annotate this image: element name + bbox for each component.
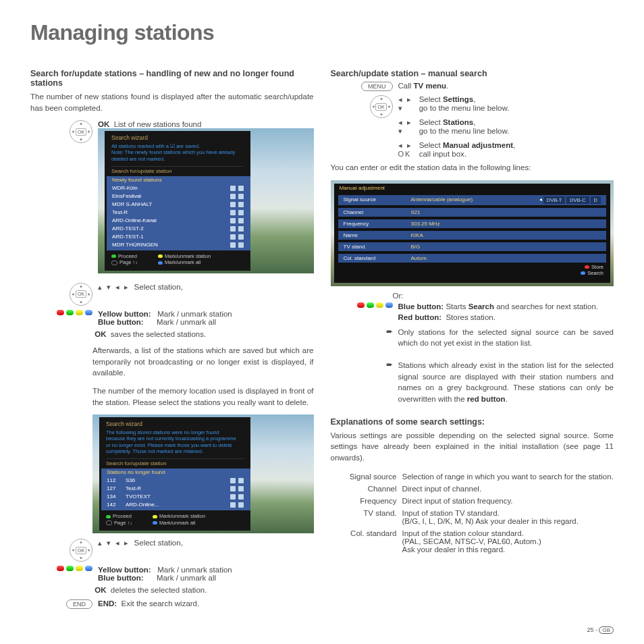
settings-row: TV stand.Input of station TV standard.(B… [331,507,614,527]
station-row: EinsFestival [112,192,244,200]
wizard2-tab1: Search for/update station [106,458,244,467]
call-tv-tail: . [446,82,448,90]
left-intro: The number of new stations found is disp… [30,91,314,113]
legend-store: Store [591,264,603,270]
step-line: ◂ ▸ Select Manual adjustment, [398,141,614,150]
manual-adjustment-row: Signal sourceAntenna/cable (analogue)◂ D… [338,195,607,205]
arrow-bullet-icon: ➨ [386,327,393,336]
station-row: ARD-Online-Kanal [112,217,244,225]
footer-region: GB [599,626,614,634]
call-tv-plain: Call [398,82,414,90]
page-footer: 25 - GB [587,626,614,634]
explanations-intro: Various settings are possible depending … [331,430,614,464]
settings-row: Col. standardInput of the station colour… [331,527,614,556]
end-button-icon: END [66,599,92,609]
wizard2-note: The following stored stations were no lo… [106,429,244,455]
ok-saves-prefix: OK [95,330,106,338]
manual-panel-title: Manual adjustment [334,184,611,192]
bullet1: Only stations for the selected signal so… [398,327,614,349]
bullet2-c: . [506,395,508,403]
footer-page: 25 - [587,626,597,633]
settings-row: Signal sourceSelection of range in which… [331,471,614,483]
select-station-text-2: Select station, [134,539,183,547]
color-buttons-icon [57,310,92,315]
wizard1-title: Search wizard [111,134,244,142]
wizard1-note2: Note: The newly found stations which you… [111,149,244,162]
ok-saves-text: saves the selected stations. [111,330,206,338]
or-text: Or: [393,292,614,300]
settings-row: FrequencyDirect input of station frequen… [331,495,614,507]
select-station-text: Select station, [134,283,183,291]
wizard-nolonger-shot: Search wizard The following stored stati… [92,414,314,533]
yellow-button-desc: Mark / unmark station [157,310,232,318]
end-text: Exit the search wizard. [122,599,200,608]
call-tv-bold: TV menu [414,82,447,90]
station-row: 134TVOTEXT [107,493,244,501]
legend2-page: Page ↑↓ [114,520,132,526]
updown-arrows-icon-2: ▴ ▾ ◂ ▸ [98,539,130,547]
wizard1-tab1: Search for/update station [111,166,244,175]
legend2-markall: Mark/unmark all [159,520,195,526]
right-intro: You can enter or edit the station data i… [331,162,614,173]
blue-button-desc: Mark / unmark all [157,318,216,326]
right-heading: Search/update station – manual search [331,69,614,78]
settings-row: ChannelDirect input of channel. [331,483,614,495]
step-line: ▾ go to the menu line below. [398,104,614,113]
arrow-bullet-icon-2: ➨ [386,360,393,369]
wizard2-tab2: Stations no longer found [107,468,244,477]
ok-deletes-prefix: OK [95,586,106,594]
ok-dpad-icon: OK [70,120,92,143]
nav-dpad-icon-2: OK [70,539,92,562]
wizard-new-stations-shot: Search wizard All stations marked with a… [98,128,314,273]
left-column: Search for/update stations – handling of… [30,69,314,613]
blue-button-label: Blue button: [98,318,144,326]
wizard1-note1: All stations marked with a ☑ are saved. [111,143,244,149]
legend-markall: Mark/unmark all [165,259,200,265]
legend-mark: Mark/unmark station [165,253,211,259]
step-line: ◂ ▸ Select Stations, [398,118,614,127]
page: Managing stations Search for/update stat… [0,0,644,644]
ok-dpad-icon-right: OK [370,95,393,118]
station-row: Test-R [112,209,244,217]
manual-adjustment-row: TV stand.B/G [338,242,607,251]
explanations-heading: Explanations of some search settings: [331,417,614,427]
blue-button-label-2: Blue button: [98,574,144,582]
yellow-button-desc-2: Mark / unmark station [157,566,232,574]
blue-text-bold: Search [468,302,494,311]
station-row: 127Test-R [107,485,244,493]
station-row: 112S36 [107,477,244,485]
blue-button-desc-2: Mark / unmark all [157,574,216,582]
color-buttons-icon-right [357,302,393,308]
manual-adjustment-shot: Manual adjustment Signal sourceAntenna/c… [331,180,614,286]
manual-adjustment-row: Frequency303.25 MHz [338,219,607,228]
legend-search: Search [587,270,603,276]
manual-adjustment-row: Col. standardAutom. [338,254,607,263]
red-text: Stores station. [446,313,495,321]
step-line: ◂ ▸ Select Settings, [398,95,614,104]
blue-button-label-r: Blue button: [398,302,444,311]
color-buttons-icon-2 [57,566,92,571]
end-prefix: END: [98,599,117,608]
ok-deletes-text: deletes the selected station. [111,586,207,594]
station-row: ARD-TEST-2 [112,225,244,233]
yellow-button-label-2: Yellow button: [98,566,151,574]
red-button-label-r: Red button: [398,313,442,321]
step-line: ▾ go to the menu line below. [398,127,614,136]
updown-arrows-icon: ▴ ▾ ◂ ▸ [98,283,130,291]
station-row: MDR S-ANHALT [112,200,244,209]
station-row: WDR-Köln [112,184,244,192]
station-row: ARD-TEST-1 [112,233,244,241]
right-column: Search/update station – manual search ME… [331,69,614,613]
nav-dpad-icon: OK [70,283,92,306]
left-p3: The number of the memory location used i… [92,385,314,408]
left-p2: Afterwards, a list of the stations which… [92,345,314,379]
step-line: OK call input box. [398,150,614,158]
legend2-proceed: Proceed [113,513,132,519]
blue-text-tail: and searches for next station. [494,302,598,311]
legend2-mark: Mark/unmark station [159,513,205,519]
blue-text-plain: Starts [446,302,468,311]
settings-table: Signal sourceSelection of range in which… [331,471,614,556]
bullet2: Stations which already exist in the stat… [398,360,614,405]
wizard2-title: Search wizard [106,421,244,428]
menu-button-icon: MENU [361,82,393,91]
